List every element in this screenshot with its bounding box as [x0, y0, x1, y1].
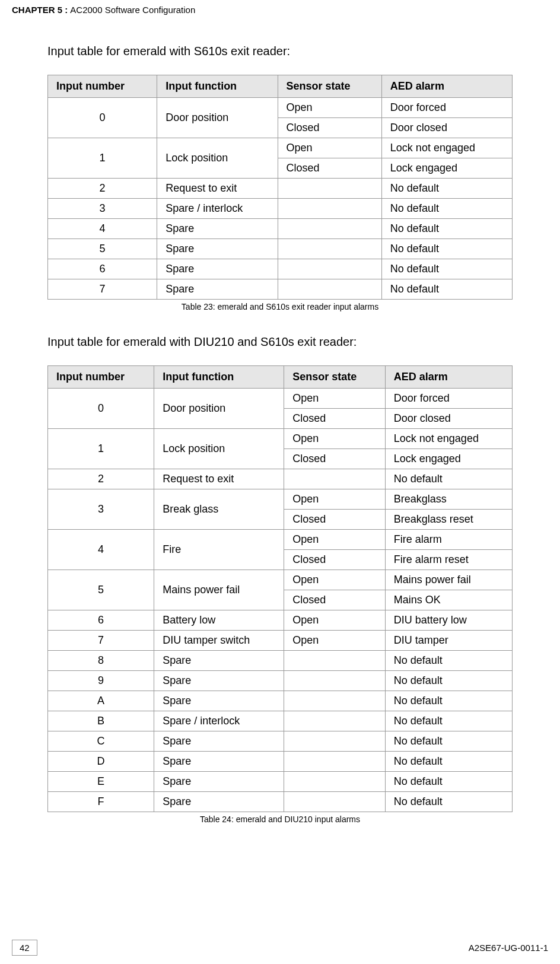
col-aed-alarm: AED alarm [385, 366, 512, 389]
cell: 2 [48, 179, 157, 199]
page-header: CHAPTER 5 : AC2000 Software Configuratio… [0, 0, 560, 15]
cell: Lock engaged [381, 158, 512, 179]
cell: Fire [154, 530, 284, 570]
cell [278, 239, 381, 259]
cell: Spare [154, 691, 284, 711]
cell: Lock not engaged [381, 138, 512, 158]
cell: Door position [157, 98, 278, 138]
col-input-function: Input function [154, 366, 284, 389]
cell: Mains power fail [154, 570, 284, 610]
table-row: 3 Break glass Open Breakglass [48, 489, 513, 510]
table-row: 0 Door position Open Door forced [48, 98, 513, 118]
cell: Closed [284, 449, 386, 469]
table-row: B Spare / interlock No default [48, 711, 513, 731]
cell: No default [381, 239, 512, 259]
cell: F [48, 792, 154, 812]
table-row: F Spare No default [48, 792, 513, 812]
section1-title: Input table for emerald with S610s exit … [47, 44, 513, 58]
cell: Closed [284, 510, 386, 530]
cell: Spare [154, 752, 284, 772]
doc-id: A2SE67-UG-0011-1 [469, 943, 548, 953]
cell: Closed [278, 118, 381, 138]
cell: Mains OK [385, 590, 512, 610]
cell: Spare [157, 259, 278, 279]
table-row: 7 Spare No default [48, 279, 513, 300]
cell: Door position [154, 389, 284, 429]
cell [278, 179, 381, 199]
table-row: 4 Spare No default [48, 219, 513, 239]
cell: Battery low [154, 610, 284, 631]
cell: 4 [48, 530, 154, 570]
table-row: E Spare No default [48, 772, 513, 792]
cell: Lock position [157, 138, 278, 179]
cell: Fire alarm reset [385, 550, 512, 570]
table-2: Input number Input function Sensor state… [47, 365, 513, 812]
cell: No default [385, 772, 512, 792]
table-row: 4 Fire Open Fire alarm [48, 530, 513, 550]
cell: No default [385, 792, 512, 812]
cell: 0 [48, 98, 157, 138]
cell: No default [381, 219, 512, 239]
cell: Door closed [385, 409, 512, 429]
table-1: Input number Input function Sensor state… [47, 75, 513, 300]
page-footer: 42 A2SE67-UG-0011-1 [0, 940, 560, 956]
col-sensor-state: Sensor state [284, 366, 386, 389]
cell: Spare [154, 792, 284, 812]
cell: E [48, 772, 154, 792]
cell: Spare [157, 279, 278, 300]
cell: Door forced [385, 389, 512, 409]
cell: 4 [48, 219, 157, 239]
cell [284, 711, 386, 731]
cell: Mains power fail [385, 570, 512, 590]
cell: B [48, 711, 154, 731]
chapter-title: AC2000 Software Configuration [70, 5, 195, 15]
cell [284, 772, 386, 792]
cell: Open [284, 631, 386, 651]
cell: 7 [48, 631, 154, 651]
table-row: 6 Spare No default [48, 259, 513, 279]
table-row: 1 Lock position Open Lock not engaged [48, 138, 513, 158]
cell [278, 199, 381, 219]
cell: Request to exit [157, 179, 278, 199]
cell: 6 [48, 610, 154, 631]
cell [284, 469, 386, 489]
cell: 5 [48, 239, 157, 259]
table-row: 2 Request to exit No default [48, 469, 513, 489]
cell [284, 671, 386, 691]
cell: 6 [48, 259, 157, 279]
cell: No default [385, 469, 512, 489]
cell: Closed [278, 158, 381, 179]
cell: Spare [154, 772, 284, 792]
cell [278, 279, 381, 300]
cell: Closed [284, 550, 386, 570]
cell: Lock engaged [385, 449, 512, 469]
cell: Spare [157, 219, 278, 239]
cell: 3 [48, 489, 154, 530]
cell: Open [278, 98, 381, 118]
table-row: 6 Battery low Open DIU battery low [48, 610, 513, 631]
cell: No default [381, 199, 512, 219]
table-row: 0 Door position Open Door forced [48, 389, 513, 409]
cell: Spare / interlock [157, 199, 278, 219]
table-header-row: Input number Input function Sensor state… [48, 366, 513, 389]
cell: Lock not engaged [385, 429, 512, 449]
table-row: 7 DIU tamper switch Open DIU tamper [48, 631, 513, 651]
cell: Open [278, 138, 381, 158]
table-row: A Spare No default [48, 691, 513, 711]
cell: 8 [48, 651, 154, 671]
cell: No default [381, 179, 512, 199]
cell: 3 [48, 199, 157, 219]
cell: Spare [157, 239, 278, 259]
table-row: 8 Spare No default [48, 651, 513, 671]
cell: A [48, 691, 154, 711]
page-number: 42 [12, 940, 37, 956]
cell: Closed [284, 590, 386, 610]
cell: Lock position [154, 429, 284, 469]
table-row: 5 Spare No default [48, 239, 513, 259]
col-input-number: Input number [48, 366, 154, 389]
cell: No default [381, 259, 512, 279]
cell: 2 [48, 469, 154, 489]
cell: Open [284, 530, 386, 550]
col-input-number: Input number [48, 75, 157, 98]
cell: Open [284, 570, 386, 590]
